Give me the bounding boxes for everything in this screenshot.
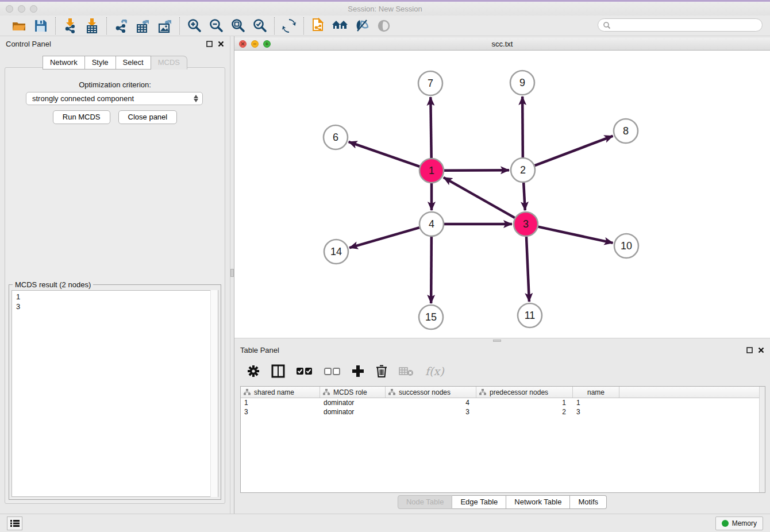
criterion-label: Optimization criterion: [5,80,225,89]
save-session-icon[interactable] [32,18,49,34]
edge-2-3[interactable] [523,183,525,210]
search-icon [603,21,611,29]
graph-node-8[interactable]: 8 [614,119,638,143]
graph-node-9[interactable]: 9 [510,71,534,95]
edge-1-6[interactable] [349,142,420,167]
edge-4-15[interactable] [431,237,432,303]
visual-properties-icon[interactable] [353,18,371,34]
edge-3-11[interactable] [526,237,529,302]
zoom-selected-icon[interactable] [251,18,268,34]
graph-node-7[interactable]: 7 [418,71,442,95]
result-scrollbar[interactable] [210,290,218,497]
cell-shared-name[interactable]: 1 [241,399,320,407]
export-network-icon[interactable] [113,18,130,34]
vertical-splitter[interactable] [230,36,234,514]
home-layout-icon[interactable] [332,18,349,34]
column-header-MCDS-role[interactable]: MCDS role [320,387,386,398]
float-panel-icon[interactable] [206,41,213,47]
tab-node-table[interactable]: Node Table [398,495,453,509]
cell-successor-nodes[interactable]: 3 [386,408,476,416]
splitter-grip[interactable] [230,269,234,277]
graph-node-11[interactable]: 11 [518,303,542,327]
edge-3-10[interactable] [538,227,613,243]
cell-MCDS-role[interactable]: dominator [320,408,386,416]
edge-2-8[interactable] [535,136,613,166]
run-mcds-button[interactable]: Run MCDS [53,110,110,124]
minimize-network-icon[interactable]: − [251,40,259,48]
zoom-fit-icon[interactable] [229,18,247,34]
close-panel-icon[interactable] [218,41,224,47]
graph-node-3[interactable]: 3 [514,212,538,236]
close-network-icon[interactable]: ✕ [239,40,247,48]
preview-disabled-icon [375,18,392,34]
export-image-icon[interactable] [156,18,174,34]
svg-text:10: 10 [621,240,632,252]
zoom-in-icon[interactable] [186,18,203,34]
cell-MCDS-role[interactable]: dominator [320,399,386,407]
network-window-titlebar[interactable]: ✕ − + scc.txt [234,38,770,51]
graph-node-14[interactable]: 14 [324,240,348,264]
float-panel-icon[interactable] [746,347,753,353]
tab-mcds[interactable]: MCDS [151,56,187,70]
column-header-predecessor-nodes[interactable]: predecessor nodes [476,387,573,398]
criterion-select[interactable]: strongly connected component [26,92,203,105]
select-all-icon[interactable] [297,367,313,375]
column-header-name[interactable]: name [573,387,619,398]
tab-select[interactable]: Select [116,56,151,70]
maximize-network-icon[interactable]: + [263,40,271,48]
graph-node-15[interactable]: 15 [419,305,443,329]
graph-node-2[interactable]: 2 [511,158,535,182]
close-panel-icon[interactable] [758,347,764,353]
duplicate-network-icon[interactable] [310,18,327,34]
svg-text:3: 3 [523,218,529,230]
svg-text:14: 14 [330,246,342,257]
cell-name[interactable]: 3 [573,408,619,416]
table-row[interactable]: 1dominator411 [241,398,765,407]
table-settings-icon[interactable] [247,365,260,377]
zoom-out-icon[interactable] [207,18,225,34]
graph-node-4[interactable]: 4 [419,212,444,236]
column-header-shared-name[interactable]: shared name [241,387,320,398]
horizontal-splitter[interactable] [234,338,770,342]
column-label: shared name [254,388,294,396]
import-network-icon[interactable] [61,18,79,34]
mcds-result-text[interactable]: 1 3 [11,290,218,497]
graph-node-10[interactable]: 10 [614,234,638,258]
add-column-icon[interactable] [352,365,364,377]
memory-button[interactable]: Memory [715,516,763,530]
network-canvas[interactable]: 1234678910111415 [234,51,770,338]
search-input[interactable] [611,21,762,29]
column-pane-icon[interactable] [271,364,285,378]
cell-predecessor-nodes[interactable]: 1 [476,399,573,407]
cell-predecessor-nodes[interactable]: 2 [476,408,573,416]
cell-shared-name[interactable]: 3 [241,408,320,416]
edge-4-14[interactable] [349,228,419,248]
splitter-grip[interactable] [493,340,501,342]
node-table[interactable]: shared nameMCDS rolesuccessor nodesprede… [240,386,765,493]
tab-edge-table[interactable]: Edge Table [452,495,506,509]
open-session-icon[interactable] [10,18,28,34]
refresh-layout-icon[interactable] [280,18,298,34]
tab-style[interactable]: Style [85,56,116,70]
edge-1-2[interactable] [444,170,509,171]
tab-network-table[interactable]: Network Table [506,495,570,509]
table-row[interactable]: 3dominator323 [241,407,765,417]
export-table-icon[interactable] [134,18,152,34]
close-panel-button[interactable]: Close panel [118,110,178,124]
task-history-button[interactable] [7,516,22,530]
deselect-all-icon[interactable] [324,367,340,375]
graph-node-6[interactable]: 6 [324,125,348,149]
edge-3-1[interactable] [444,178,515,218]
column-header-successor-nodes[interactable]: successor nodes [386,387,476,398]
table-scrollbar[interactable] [759,387,765,492]
cell-successor-nodes[interactable]: 4 [386,399,476,407]
graph-node-1[interactable]: 1 [419,159,444,183]
edge-2-9[interactable] [522,97,523,157]
search-box[interactable] [598,18,763,32]
import-table-icon[interactable] [83,18,101,34]
edge-1-7[interactable] [430,97,431,158]
tab-motifs[interactable]: Motifs [570,495,607,509]
cell-name[interactable]: 1 [573,399,619,407]
delete-column-icon[interactable] [376,364,387,378]
tab-network[interactable]: Network [43,56,85,70]
